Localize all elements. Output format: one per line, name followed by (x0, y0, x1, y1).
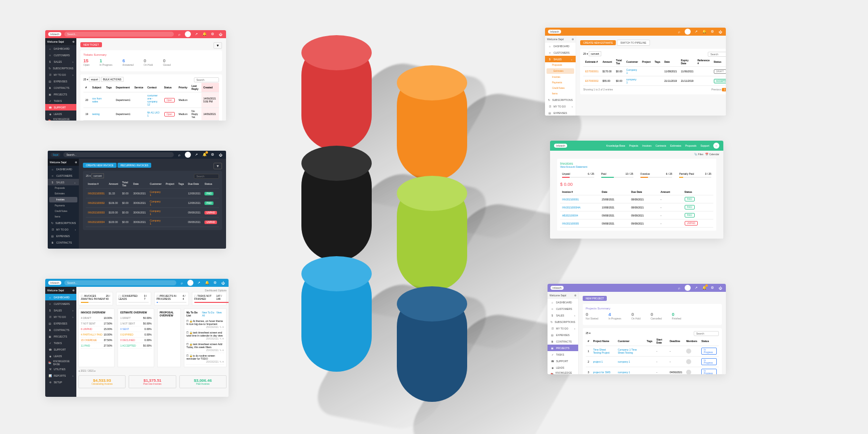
power-icon[interactable]: ⏻ (218, 152, 223, 157)
create-estimate-button[interactable]: CREATE NEW ESTIMATE (580, 40, 616, 45)
search-icon[interactable]: ⌕ (179, 280, 184, 285)
nav-reports[interactable]: 📊REPORTS› (45, 372, 76, 379)
search-input[interactable] (64, 280, 176, 285)
nav-subscriptions[interactable]: ↻SUBSCRIPTIONS (548, 318, 578, 325)
nav-dashboard[interactable]: ⌂DASHBOARD (545, 43, 576, 49)
files-link[interactable]: 📎 Files (694, 153, 703, 156)
nav-kb[interactable]: 📚KNOWLEDGE BASE (45, 359, 76, 366)
nav-expenses[interactable]: ▤EXPENSES (45, 320, 76, 327)
search-icon[interactable]: ⌕ (177, 152, 182, 157)
avatar[interactable] (187, 280, 193, 286)
nav-leads[interactable]: ◉LEADS (548, 364, 578, 371)
nav-contracts[interactable]: 🗎CONTRACTS (45, 327, 76, 333)
sub-estimates[interactable]: Estimates (48, 191, 79, 196)
nav-contracts[interactable]: 🗎CONTRACTS (45, 84, 76, 91)
nav-support[interactable]: ☎SUPPORT (45, 346, 76, 353)
nav-kb[interactable]: Knowledge Base (606, 144, 625, 147)
nav-projects[interactable]: ▣PROJECTS (45, 333, 76, 340)
sub-estimates[interactable]: Estimates (547, 68, 574, 74)
nav-leads[interactable]: ◉LEADS (45, 111, 76, 117)
share-icon[interactable]: ↗ (196, 280, 201, 285)
prev-button[interactable]: Previous (711, 88, 721, 91)
nav-sales[interactable]: $SALES› (45, 58, 76, 65)
gear-icon[interactable]: ⚙ (710, 285, 715, 290)
nav-sales[interactable]: $SALES⌄ (48, 179, 79, 185)
gear-icon[interactable]: ⚙ (710, 29, 715, 34)
table-search[interactable] (694, 331, 719, 336)
nav-subscriptions[interactable]: ↻SUBSCRIPTIONS (48, 220, 79, 226)
nav-expenses[interactable]: ▤EXPENSES (48, 233, 79, 239)
share-icon[interactable]: ↗ (694, 285, 699, 290)
convert-button[interactable]: convert (91, 173, 103, 178)
nav-support[interactable]: ☎SUPPORT (548, 358, 578, 364)
nav-customers[interactable]: ☺CUSTOMERS (45, 52, 76, 58)
nav-estimates[interactable]: Estimates (670, 144, 681, 147)
nav-tasks[interactable]: ✓TASKS (45, 97, 76, 104)
gear-icon[interactable]: ⚙ (210, 152, 215, 157)
nav-projects[interactable]: ▣PROJECTS (548, 345, 578, 351)
bell-icon[interactable]: 🔔 (202, 152, 207, 157)
page-1[interactable]: 1 (722, 88, 726, 91)
nav-todo[interactable]: ☑MY TO DO› (545, 103, 576, 110)
search-icon[interactable]: ⌕ (677, 285, 682, 290)
share-icon[interactable]: ↗ (194, 152, 199, 157)
power-icon[interactable]: ⏻ (718, 285, 723, 290)
sub-invoices[interactable]: Invoices (545, 74, 576, 80)
nav-contracts[interactable]: Contracts (656, 144, 666, 147)
nav-dashboard[interactable]: ⌂DASHBOARD (45, 45, 76, 52)
table-search[interactable] (708, 52, 726, 57)
calendar-link[interactable]: 📅 Calendar (705, 153, 719, 156)
nav-proposals[interactable]: Proposals (685, 144, 696, 147)
power-icon[interactable]: ⏻ (718, 29, 723, 34)
nav-customers[interactable]: ☺CUSTOMERS (45, 300, 76, 307)
nav-contracts[interactable]: 🗎CONTRACTS (548, 338, 578, 345)
gear-icon[interactable]: ⚙ (210, 32, 215, 37)
convert-button[interactable]: convert (589, 51, 601, 56)
nav-leads[interactable]: ◉LEADS (45, 353, 76, 359)
create-invoice-button[interactable]: CREATE NEW INVOICE (83, 163, 117, 168)
search-input[interactable] (63, 152, 174, 157)
nav-support[interactable]: ☎SUPPORT (45, 104, 76, 111)
nav-todo[interactable]: ☑MY TO DO› (548, 325, 578, 332)
avatar[interactable] (185, 31, 191, 37)
sub-payments[interactable]: Payments (48, 203, 79, 208)
nav-expenses[interactable]: ▤EXPENSES (545, 110, 576, 116)
nav-setup[interactable]: ⚙SETUP (45, 379, 76, 385)
search-input[interactable] (64, 32, 174, 37)
nav-dashboard[interactable]: ⌂DASHBOARD (45, 294, 76, 300)
nav-todo[interactable]: ☑MY TO DO› (48, 226, 79, 233)
bell-icon[interactable]: 🔔 (702, 285, 707, 290)
nav-sales[interactable]: $SALES› (45, 307, 76, 313)
nav-customers[interactable]: ☺CUSTOMERS (545, 49, 576, 56)
nav-dashboard[interactable]: ⌂DASHBOARD (48, 166, 79, 172)
bell-icon[interactable]: 🔔 (702, 29, 707, 34)
nav-utilities[interactable]: ⚒UTILITIES (45, 366, 76, 372)
sub-payments[interactable]: Payments (545, 80, 576, 85)
nav-contracts[interactable]: 🗎CONTRACTS (48, 239, 79, 246)
view-statement[interactable]: View Account Statement (560, 165, 713, 168)
sub-invoices[interactable]: Invoices (49, 197, 77, 202)
nav-todo[interactable]: ☑MY TO DO› (45, 313, 76, 320)
nav-customers[interactable]: ☺CUSTOMERS (48, 172, 79, 179)
filter-icon[interactable]: ▼ (213, 163, 222, 169)
avatar[interactable] (685, 29, 691, 35)
sub-creditnotes[interactable]: Credit Notes (545, 85, 576, 91)
nav-invoices[interactable]: Invoices (642, 144, 652, 147)
bell-icon[interactable]: 🔔 (202, 32, 207, 37)
user-icon[interactable]: ☺ (713, 143, 719, 149)
nav-sales[interactable]: $SALES⌄ (545, 56, 576, 62)
power-icon[interactable]: ⏻ (221, 280, 226, 285)
search-icon[interactable]: ⌕ (677, 29, 682, 34)
nav-subscriptions[interactable]: ↻SUBSCRIPTIONS (45, 65, 76, 71)
filter-icon[interactable]: ▼ (213, 42, 222, 49)
sub-items[interactable]: Items (48, 214, 79, 220)
share-icon[interactable]: ↗ (694, 29, 699, 34)
power-icon[interactable]: ⏻ (218, 32, 223, 37)
sub-items[interactable]: Items (545, 91, 576, 96)
gear-icon[interactable]: ⚙ (212, 280, 218, 285)
recurring-button[interactable]: RECURRING INVOICES (118, 163, 152, 168)
table-search[interactable] (194, 174, 219, 179)
nav-expenses[interactable]: ▤EXPENSES (548, 332, 578, 338)
nav-customers[interactable]: ☺CUSTOMERS (548, 305, 578, 312)
nav-projects[interactable]: ▣PROJECTS (45, 91, 76, 97)
